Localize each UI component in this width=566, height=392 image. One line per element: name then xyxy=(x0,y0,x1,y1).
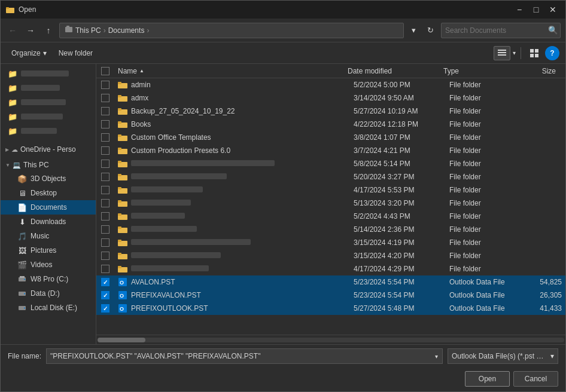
file-checkbox[interactable] xyxy=(101,120,109,128)
address-bar: ← → ↑ This PC › Documents › ▾ ↻ 🔍 xyxy=(1,19,565,42)
select-all-checkbox[interactable] xyxy=(101,67,109,75)
file-checkbox[interactable] xyxy=(101,107,109,115)
file-checkbox[interactable] xyxy=(101,94,109,102)
table-row[interactable]: 5/14/2024 2:36 PMFile folder xyxy=(96,223,565,236)
file-date-cell: 3/15/2024 4:19 PM xyxy=(350,238,446,247)
table-row[interactable]: 4/17/2024 4:29 PMFile folder xyxy=(96,262,565,275)
open-button[interactable]: Open xyxy=(465,371,510,387)
path-thispc[interactable]: This PC xyxy=(75,26,101,35)
bottom-buttons: Open Cancel xyxy=(1,368,565,391)
table-row[interactable]: 5/2/2024 4:43 PMFile folder xyxy=(96,210,565,223)
sidebar-item-desktop[interactable]: 🖥 Desktop xyxy=(1,186,96,200)
help-button[interactable]: ? xyxy=(545,46,559,60)
outlook-file-icon: O xyxy=(118,304,127,313)
path-documents[interactable]: Documents xyxy=(108,26,145,35)
new-folder-label: New folder xyxy=(59,49,93,57)
filetype-select[interactable]: Outlook Data File(s) (*.pst , *.os ▾ xyxy=(448,348,558,364)
folder-icon xyxy=(118,120,127,129)
folder-icon xyxy=(118,146,127,155)
file-date-cell: 4/17/2024 5:53 PM xyxy=(350,186,446,194)
sidebar-blurred-text-1 xyxy=(21,71,69,76)
table-row[interactable]: 5/8/2024 5:14 PMFile folder xyxy=(96,157,565,170)
table-row[interactable]: ✓OPREFIXAVALON.PST5/23/2024 5:54 PMOutlo… xyxy=(96,289,565,302)
table-row[interactable]: admx3/14/2024 9:50 AMFile folder xyxy=(96,91,565,105)
file-checkbox[interactable] xyxy=(101,252,109,260)
refresh-button[interactable]: ↻ xyxy=(423,23,437,38)
file-checkbox[interactable] xyxy=(101,146,109,155)
sidebar-item-blurred-1[interactable]: 📁 xyxy=(1,66,96,81)
table-row[interactable]: ✓OPREFIXOUTLOOK.PST5/27/2024 5:48 PMOutl… xyxy=(96,302,565,315)
file-checkbox[interactable]: ✓ xyxy=(101,304,109,313)
back-button[interactable]: ← xyxy=(5,23,20,38)
horizontal-scrollbar[interactable] xyxy=(96,335,565,344)
file-checkbox[interactable] xyxy=(101,81,109,89)
row-checkbox-cell xyxy=(96,120,114,128)
file-checkbox[interactable] xyxy=(101,212,109,220)
sidebar-item-3dobjects[interactable]: 📦 3D Objects xyxy=(1,172,96,186)
scroll-thumb[interactable] xyxy=(98,338,145,342)
filename-input[interactable] xyxy=(47,352,430,360)
table-row[interactable]: 3/15/2024 4:20 PMFile folder xyxy=(96,249,565,262)
file-checkbox[interactable] xyxy=(101,265,109,273)
new-folder-button[interactable]: New folder xyxy=(54,47,98,60)
sidebar-item-drive-d[interactable]: Data (D:) xyxy=(1,286,96,301)
sidebar-item-pictures[interactable]: 🖼 Pictures xyxy=(1,243,96,258)
organize-button[interactable]: Organize ▾ xyxy=(7,47,51,60)
sidebar-item-downloads[interactable]: ⬇ Downloads xyxy=(1,215,96,229)
search-input[interactable] xyxy=(442,26,546,35)
file-checkbox[interactable]: ✓ xyxy=(101,291,109,299)
sidebar-item-videos[interactable]: 🎬 Videos xyxy=(1,258,96,272)
col-header-type[interactable]: Type xyxy=(440,67,518,75)
file-name-text xyxy=(131,199,191,207)
table-row[interactable]: ✓OAVALON.PST5/23/2024 5:54 PMOutlook Dat… xyxy=(96,275,565,289)
maximize-button[interactable]: □ xyxy=(528,4,544,16)
forward-button[interactable]: → xyxy=(23,23,38,38)
table-row[interactable]: 5/20/2024 3:27 PMFile folder xyxy=(96,170,565,183)
table-row[interactable]: admin5/2/2024 5:00 PMFile folder xyxy=(96,78,565,91)
search-icon-button[interactable]: 🔍 xyxy=(546,23,560,38)
sidebar-item-documents[interactable]: 📄 Documents xyxy=(1,200,96,215)
close-button[interactable]: ✕ xyxy=(545,4,561,16)
sidebar-spacer-1 xyxy=(1,138,96,143)
drive-c-label: W8 Pro (C:) xyxy=(31,275,68,283)
svg-text:O: O xyxy=(120,280,124,286)
table-row[interactable]: Backup_27_05_2024_10_19_225/27/2024 10:1… xyxy=(96,105,565,118)
file-checkbox[interactable] xyxy=(101,186,109,194)
sidebar-item-drive-e[interactable]: Local Disk (E:) xyxy=(1,301,96,315)
sidebar-thispc-group[interactable]: ▼ 💻 This PC xyxy=(1,158,96,172)
address-path[interactable]: This PC › Documents › xyxy=(59,23,404,38)
view-icons-button[interactable] xyxy=(526,46,543,60)
table-row[interactable]: Custom Production Presets 6.03/7/2024 4:… xyxy=(96,144,565,157)
filename-label: File name: xyxy=(8,352,41,360)
minimize-button[interactable]: − xyxy=(512,4,527,16)
sidebar-item-blurred-4[interactable]: 📁 xyxy=(1,109,96,124)
col-header-size[interactable]: Size xyxy=(518,67,559,75)
table-row[interactable]: 3/15/2024 4:19 PMFile folder xyxy=(96,236,565,249)
file-checkbox[interactable] xyxy=(101,199,109,207)
sidebar-onedrive-group[interactable]: ▶ ☁ OneDrive - Perso xyxy=(1,143,96,156)
table-row[interactable]: Custom Office Templates3/8/2024 1:07 PMF… xyxy=(96,131,565,144)
up-button[interactable]: ↑ xyxy=(41,23,56,38)
table-row[interactable]: 4/17/2024 5:53 PMFile folder xyxy=(96,183,565,197)
file-checkbox[interactable] xyxy=(101,133,109,142)
sidebar-item-drive-c[interactable]: W8 Pro (C:) xyxy=(1,272,96,286)
sidebar-item-blurred-2[interactable]: 📁 xyxy=(1,81,96,95)
filename-dropdown-button[interactable]: ▾ xyxy=(430,348,442,364)
sidebar-item-blurred-3[interactable]: 📁 xyxy=(1,95,96,109)
file-checkbox[interactable] xyxy=(101,173,109,181)
path-dropdown-button[interactable]: ▾ xyxy=(407,23,419,38)
folder-icon xyxy=(118,238,127,247)
sidebar-item-music[interactable]: 🎵 Music xyxy=(1,229,96,243)
col-header-name[interactable]: Name xyxy=(114,67,344,75)
table-row[interactable]: 5/13/2024 3:20 PMFile folder xyxy=(96,197,565,210)
file-checkbox[interactable] xyxy=(101,225,109,234)
cancel-button[interactable]: Cancel xyxy=(513,371,558,387)
table-row[interactable]: Books4/22/2024 12:18 PMFile folder xyxy=(96,118,565,131)
sidebar-item-blurred-5[interactable]: 📁 xyxy=(1,124,96,138)
file-checkbox[interactable] xyxy=(101,238,109,247)
view-list-button[interactable] xyxy=(494,46,510,60)
col-header-date[interactable]: Date modified xyxy=(344,67,440,75)
file-checkbox[interactable] xyxy=(101,160,109,168)
file-name-cell xyxy=(114,198,350,208)
file-checkbox[interactable]: ✓ xyxy=(101,278,109,286)
